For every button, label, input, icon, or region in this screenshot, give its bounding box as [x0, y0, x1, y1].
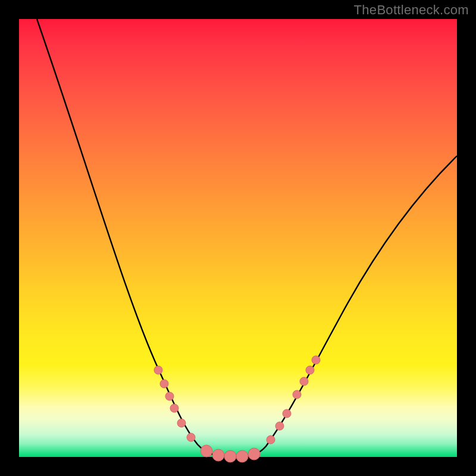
curve-marker	[236, 450, 248, 462]
curve-marker	[154, 366, 162, 374]
curve-marker	[306, 366, 314, 374]
curve-marker	[300, 377, 308, 386]
curve-marker	[293, 390, 301, 399]
watermark-text: TheBottleneck.com	[354, 2, 469, 18]
plot-area	[19, 19, 457, 457]
marker-group	[154, 356, 320, 462]
curve-marker	[275, 422, 284, 430]
curve-marker	[201, 445, 212, 457]
curve-marker	[312, 356, 320, 364]
curve-marker	[160, 380, 168, 388]
bottleneck-curve	[37, 19, 457, 457]
curve-marker	[187, 433, 195, 441]
curve-marker	[170, 404, 178, 412]
curve-marker	[224, 450, 236, 462]
curve-marker	[283, 409, 291, 418]
curve-marker	[165, 392, 174, 400]
curve-marker	[212, 449, 224, 461]
curve-marker	[267, 436, 275, 444]
curve-marker	[177, 419, 186, 427]
curve-layer	[19, 19, 457, 457]
curve-marker	[248, 448, 260, 460]
chart-frame: TheBottleneck.com	[0, 0, 476, 476]
